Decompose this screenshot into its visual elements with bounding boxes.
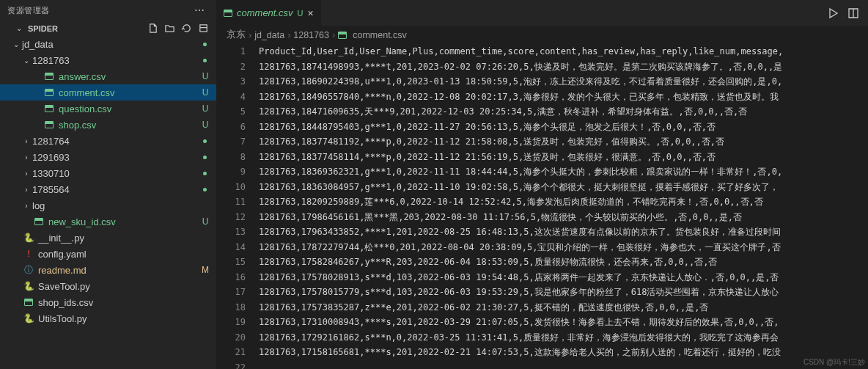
item-label: shop.csv — [59, 120, 200, 131]
line-gutter: 12345678910111213141516171819202122 — [216, 44, 259, 369]
file-item[interactable]: comment.csvU — [0, 84, 216, 101]
item-label: 1281763 — [32, 55, 199, 66]
refresh-icon[interactable] — [181, 23, 192, 34]
chevron-down-icon[interactable]: ⌄ — [13, 24, 25, 32]
breadcrumb-segment[interactable]: comment.csv — [353, 30, 407, 40]
file-item[interactable]: !config.yaml — [0, 246, 216, 262]
item-label: log — [32, 200, 210, 211]
file-item[interactable]: new_sku_id.csvU — [0, 213, 216, 230]
editor-content[interactable]: Product_Id,User_Id,User_Name,Plus,commen… — [259, 44, 868, 369]
breadcrumb[interactable]: 京东›jd_data›1281763›comment.csv — [216, 26, 868, 44]
tab-bar: comment.csv U × — [216, 0, 868, 26]
project-name: SPIDER — [28, 24, 58, 33]
file-item[interactable]: 🐍UtilsTool.py — [0, 310, 216, 326]
split-icon[interactable] — [847, 7, 859, 19]
folder-item[interactable]: ⌄jd_data — [0, 36, 216, 52]
new-file-icon[interactable] — [147, 23, 158, 34]
chevron-icon: › — [21, 137, 32, 145]
folder-item[interactable]: ›1785564 — [0, 181, 216, 197]
folder-item[interactable]: ›1291693 — [0, 149, 216, 165]
file-item[interactable]: 🐍SaveTool.py — [0, 278, 216, 294]
chevron-icon: ⌄ — [10, 40, 22, 48]
tab-filename: comment.csv — [237, 7, 293, 18]
item-label: 1281764 — [32, 136, 199, 147]
breadcrumb-segment[interactable]: jd_data — [254, 30, 284, 40]
watermark: CSDN @玛卡!三妙 — [803, 357, 865, 368]
chevron-icon: › — [21, 186, 32, 194]
file-item[interactable]: shop_ids.csv — [0, 294, 216, 310]
breadcrumb-segment[interactable]: 1281763 — [293, 30, 329, 40]
item-label: comment.csv — [59, 87, 200, 98]
file-item[interactable]: answer.csvU — [0, 68, 216, 84]
csv-icon — [224, 10, 232, 17]
run-icon[interactable] — [827, 7, 839, 19]
item-label: 1291693 — [32, 152, 199, 163]
breadcrumb-segment[interactable]: 京东 — [227, 29, 246, 41]
item-label: __init__.py — [38, 233, 210, 244]
item-label: question.csv — [59, 103, 200, 114]
more-icon[interactable]: ⋯ — [190, 4, 209, 16]
explorer-sidebar: 资源管理器 ⋯ ⌄ SPIDER ⌄jd_data⌄1281763answer.… — [0, 0, 216, 369]
item-label: SaveTool.py — [38, 281, 210, 292]
file-item[interactable]: ⓘreadme.mdM — [0, 262, 216, 278]
folder-item[interactable]: ›log — [0, 197, 216, 213]
file-item[interactable]: question.csvU — [0, 101, 216, 117]
chevron-icon: › — [21, 202, 32, 210]
folder-item[interactable]: ›1281764 — [0, 133, 216, 149]
item-label: 1785564 — [32, 184, 199, 195]
tab-comment-csv[interactable]: comment.csv U × — [216, 0, 322, 26]
item-label: config.yaml — [38, 249, 210, 260]
item-label: UtilsTool.py — [38, 313, 210, 324]
close-icon[interactable]: × — [308, 7, 314, 19]
chevron-icon: ⌄ — [21, 56, 32, 65]
item-label: readme.md — [38, 265, 200, 276]
collapse-icon[interactable] — [198, 23, 209, 34]
item-label: new_sku_id.csv — [48, 216, 200, 227]
chevron-icon: › — [21, 153, 32, 161]
chevron-icon: › — [21, 169, 32, 178]
tab-status: U — [298, 9, 304, 18]
item-label: 1330710 — [32, 168, 199, 179]
item-label: jd_data — [22, 39, 199, 50]
item-label: answer.csv — [59, 71, 200, 82]
file-item[interactable]: 🐍__init__.py — [0, 230, 216, 246]
file-tree: ⌄jd_data⌄1281763answer.csvUcomment.csvUq… — [0, 36, 216, 369]
new-folder-icon[interactable] — [164, 23, 175, 34]
folder-item[interactable]: ›1330710 — [0, 165, 216, 181]
explorer-title: 资源管理器 — [7, 5, 50, 16]
file-item[interactable]: shop.csvU — [0, 117, 216, 133]
item-label: shop_ids.csv — [38, 297, 210, 308]
folder-item[interactable]: ⌄1281763 — [0, 52, 216, 68]
